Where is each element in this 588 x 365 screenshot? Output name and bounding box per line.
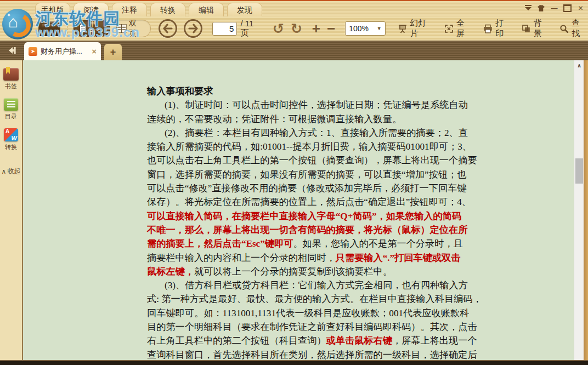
document-line: 需的摘要上，然后点击“Esc”键即可。如果，您输入的不是第一个分录时，且 (147, 237, 466, 250)
menubar: 手机版 阅读 注释 转换 编辑 发现 — ✕ (0, 1, 588, 16)
menu-tab-mobile[interactable]: 手机版 (35, 3, 70, 16)
toolbar-menu-icon[interactable] (524, 4, 532, 12)
document-line: 不唯一，那么，屏幕上将出现一切含有简码的摘要，将光标（鼠标）定位在所 (147, 223, 466, 237)
chevron-up-icon: ∧ (2, 168, 7, 175)
window-controls: — ✕ (524, 4, 585, 12)
document-line: 鼠标左键，就可以将上一个分录的摘要复制到该摘要栏中。 (147, 265, 466, 278)
document-line: 连续的，不需要改动；凭证附件：可根据微调直接输入数量。 (147, 112, 466, 126)
single-page-button[interactable]: 单页 (74, 20, 110, 37)
menu-tab-read[interactable]: 阅读 (74, 3, 109, 16)
prev-page-button[interactable] (159, 19, 177, 38)
sidebar-collapse-button[interactable]: ∧ 收起 (2, 167, 21, 176)
rotate-ccw-icon[interactable]: ↺ (273, 22, 284, 36)
document-line: (1)、制证时间：可以点击时间控件，选择制证日期；凭证编号是系统自动 (147, 98, 466, 112)
window-bottom-frame (0, 360, 588, 365)
menu-tab-convert[interactable]: 转换 (150, 3, 185, 16)
arrow-right-icon (188, 24, 199, 33)
new-tab-button[interactable]: + (104, 44, 122, 60)
printer-icon (483, 24, 493, 33)
menu-tabs: 手机版 阅读 注释 转换 编辑 发现 (35, 3, 262, 16)
document-line: 目的第一个明细科目（要求在制作凭证之前查好科目编码即科码）。其次，点击 (147, 320, 466, 334)
print-button[interactable]: 打印 (483, 18, 512, 39)
sidebar-item-toc[interactable]: 目录 (4, 98, 18, 121)
document-line: 可以点击“修改”直接修改不用的摘要（修改或添加完毕后，必须打一下回车键 (147, 181, 466, 195)
rotate-cw-icon[interactable]: ↻ (291, 22, 302, 36)
maximize-icon (563, 4, 572, 12)
vertical-scrollbar[interactable]: ∧ (574, 60, 584, 361)
sidebar-item-bookmarks[interactable]: 书签 (3, 68, 19, 90)
collapse-panel-button[interactable] (3, 43, 20, 57)
view-mode-toggle: 单页 双页 (73, 20, 151, 37)
bookmark-icon (3, 68, 19, 81)
maximize-button[interactable] (563, 4, 572, 12)
document-line: 输入事项和要求 (147, 84, 466, 98)
pdf-to-word-icon: AW (4, 128, 18, 141)
document-line: 式: 第一种方式是最好、最快、最方便的输入方式。在栏目中直接输入科目编码， (147, 292, 466, 306)
arrow-left-icon (162, 24, 173, 33)
close-button[interactable]: ✕ (576, 4, 585, 12)
zoom-out-button[interactable]: − (327, 21, 335, 36)
zoom-level-value: 100% (349, 24, 369, 33)
page-total-label: / 11页 (240, 19, 262, 38)
single-page-icon (80, 25, 86, 32)
document-text: 输入事项和要求(1)、制证时间：可以点击时间控件，选择制证日期；凭证编号是系统自… (147, 84, 466, 361)
toolbar: 单页 双页 5 / 11页 ↺ ↻ + − 100% ▼ 幻灯片 全屏 (0, 16, 588, 41)
document-line: 也可以点击右上角工具栏上的第一个按钮（摘要查询），屏幕上将出现一个摘要 (147, 153, 466, 167)
chevron-down-icon: ▼ (377, 26, 382, 31)
double-page-icon (117, 25, 126, 32)
menu-tab-edit[interactable]: 编辑 (189, 3, 224, 16)
double-page-button[interactable]: 双页 (110, 20, 150, 37)
zoom-in-button[interactable]: + (312, 21, 320, 36)
toc-icon (4, 98, 18, 111)
open-file-icon[interactable] (38, 21, 60, 36)
minimize-button[interactable]: — (550, 4, 558, 12)
document-tabbar: ➤ 财务用户操... × + (0, 41, 588, 60)
find-button[interactable]: 查找 (559, 18, 588, 39)
fullscreen-button[interactable]: 全屏 (444, 18, 473, 39)
search-icon (559, 24, 569, 33)
document-line: 摘要栏中输入的内容和上一个分录的相同时，只需要输入“.”打回车键或双击 (147, 251, 466, 265)
menu-tab-discover[interactable]: 发现 (227, 3, 262, 16)
document-line: 保存）。将光标定位在所需摘要的位置上，然后点击“确定退出”按钮即可；4、 (147, 195, 466, 209)
document-line: 回车键即可。如：1131001,1131代表一级科目是应收账款；001代表应收账… (147, 306, 466, 320)
scroll-up-icon[interactable]: ∧ (574, 60, 584, 70)
sidebar-item-convert[interactable]: AW 转换 (4, 128, 18, 151)
document-line: 右上角工具栏中的第二个按钮（科目查询）或单击鼠标右键，屏幕上将出现一个 (147, 334, 466, 347)
document-app-icon: ➤ (29, 47, 37, 56)
document-tab[interactable]: ➤ 财务用户操... × (24, 42, 101, 60)
app-window: 手机版 阅读 注释 转换 编辑 发现 — ✕ 单页 (0, 0, 588, 365)
document-tab-title: 财务用户操... (41, 47, 88, 56)
sidebar: 书签 目录 AW 转换 ∧ 收起 (0, 60, 23, 361)
skin-icon[interactable] (537, 4, 545, 12)
document-line: 窗口，选择所需要的摘要，如果没有所需要的摘要，可以直接“增加”按钮；也 (147, 168, 466, 181)
slideshow-button[interactable]: 幻灯片 (398, 18, 434, 39)
background-button[interactable]: 背景 (522, 18, 550, 39)
document-line: 接输入所需摘要的代码，如:01001--提本月折旧费，输入摘要码01001即可；… (147, 140, 466, 153)
toolbar-separator (67, 20, 67, 37)
zoom-level-dropdown[interactable]: 100% ▼ (345, 21, 385, 36)
document-page: 输入事项和要求(1)、制证时间：可以点击时间控件，选择制证日期；凭证编号是系统自… (23, 60, 574, 361)
document-line: 可以直接输入简码，在摘要栏中直接输入字母“Q+简码”，如果您输入的简码 (147, 209, 466, 223)
fullscreen-icon (444, 24, 454, 33)
document-line: (2)、摘要栏：本栏目有四种输入方式：1、直接输入所需要的摘要；2、直 (147, 126, 466, 140)
layers-icon (522, 24, 531, 33)
menu-tab-annotate[interactable]: 注释 (112, 3, 147, 16)
next-page-button[interactable] (184, 19, 202, 38)
slideshow-icon (398, 24, 408, 33)
page-number-input[interactable]: 5 (212, 22, 238, 36)
document-line: (3)、借方科目栏或贷方科目栏：它们输入方式完全相同，也有四种输入方 (147, 278, 466, 292)
collapse-left-icon (7, 46, 16, 55)
close-tab-icon[interactable]: × (92, 47, 97, 56)
window-right-frame (584, 60, 588, 361)
main-area: 输入事项和要求(1)、制证时间：可以点击时间控件，选择制证日期；凭证编号是系统自… (0, 60, 588, 361)
scrollbar-thumb[interactable] (575, 158, 583, 184)
document-line: 查询科目窗口，首先选择科目所在类别，然后选择所需的一级科目，选择确定后 (147, 348, 466, 361)
